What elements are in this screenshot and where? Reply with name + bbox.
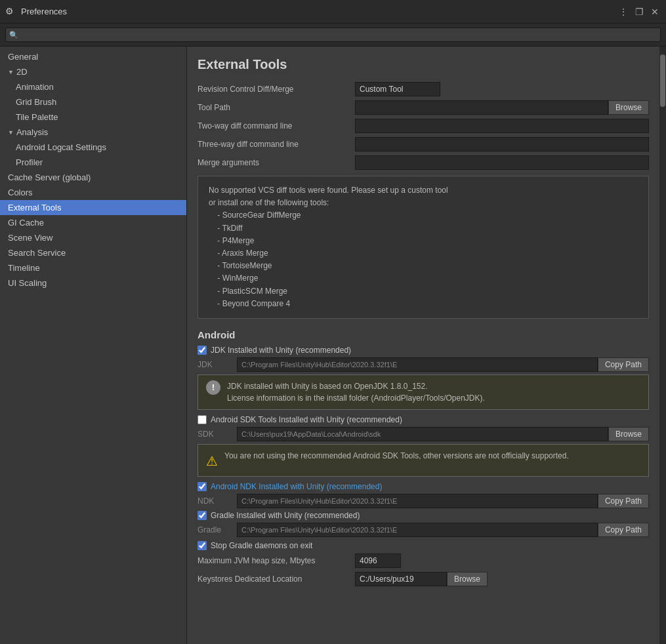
two-way-label: Two-way diff command line xyxy=(198,121,355,131)
gradle-checkbox-label: Gradle Installed with Unity (recommended… xyxy=(211,511,360,520)
merge-args-input[interactable] xyxy=(355,155,649,170)
jdk-checkbox[interactable] xyxy=(198,346,207,355)
three-way-input[interactable] xyxy=(355,137,649,151)
sidebar-item-android-logcat[interactable]: Android Logcat Settings xyxy=(0,140,186,155)
stop-gradle-checkbox[interactable] xyxy=(198,541,207,550)
tool-path-row: Tool Path Browse xyxy=(198,100,649,115)
ndk-label: NDK xyxy=(198,496,237,506)
keystore-row: Keystores Dedicated Location Browse xyxy=(198,571,649,587)
sdk-path-input[interactable] xyxy=(237,427,608,441)
sidebar-item-external-tools[interactable]: External Tools xyxy=(0,200,186,215)
keystore-input[interactable] xyxy=(355,572,447,586)
three-way-label: Three-way diff command line xyxy=(198,140,355,149)
jdk-info-box: ! JDK installed with Unity is based on O… xyxy=(198,374,649,410)
scrollbar-thumb[interactable] xyxy=(660,54,665,107)
stop-gradle-row: Stop Gradle daemons on exit xyxy=(198,541,649,550)
sidebar: General ▼ 2D Animation Grid Brush Tile P… xyxy=(0,47,187,644)
sdk-warning-box: ⚠ You are not using the recommended Andr… xyxy=(198,444,649,477)
sidebar-item-ui-scaling[interactable]: UI Scaling xyxy=(0,275,186,291)
gradle-checkbox-row: Gradle Installed with Unity (recommended… xyxy=(198,511,649,520)
search-input[interactable] xyxy=(5,28,661,42)
gradle-checkbox[interactable] xyxy=(198,511,207,520)
android-section-title: Android xyxy=(198,329,649,340)
app-body: General ▼ 2D Animation Grid Brush Tile P… xyxy=(0,47,666,644)
sidebar-item-timeline[interactable]: Timeline xyxy=(0,260,186,275)
two-way-row: Two-way diff command line xyxy=(198,118,649,134)
sidebar-item-gi-cache[interactable]: GI Cache xyxy=(0,215,186,230)
sdk-checkbox[interactable] xyxy=(198,415,207,424)
revision-control-label: Revision Control Diff/Merge xyxy=(198,85,355,94)
ndk-path-row: NDK Copy Path xyxy=(198,494,649,508)
heap-input[interactable] xyxy=(355,553,401,568)
merge-args-label: Merge arguments xyxy=(198,158,355,167)
sidebar-item-tile-palette[interactable]: Tile Palette xyxy=(0,110,186,125)
heap-row: Maximum JVM heap size, Mbytes xyxy=(198,553,649,569)
gradle-label: Gradle xyxy=(198,525,237,534)
tool-path-input[interactable] xyxy=(355,100,608,115)
page-title: External Tools xyxy=(198,57,649,72)
ndk-checkbox[interactable] xyxy=(198,482,207,491)
info-text: No supported VCS diff tools were found. … xyxy=(209,184,638,310)
sidebar-item-animation[interactable]: Animation xyxy=(0,79,186,94)
search-icon: 🔍 xyxy=(9,31,18,39)
search-bar: 🔍 xyxy=(0,24,666,47)
close-button[interactable]: ✕ xyxy=(649,6,661,18)
sidebar-item-scene-view[interactable]: Scene View xyxy=(0,230,186,245)
revision-control-row: Revision Control Diff/Merge xyxy=(198,81,649,97)
two-way-input[interactable] xyxy=(355,119,649,133)
menu-button[interactable]: ⋮ xyxy=(617,6,629,18)
sidebar-item-analysis[interactable]: ▼ Analysis xyxy=(0,125,186,140)
revision-control-input[interactable] xyxy=(355,82,440,96)
sidebar-item-general[interactable]: General xyxy=(0,49,186,64)
jdk-path-row: JDK Copy Path xyxy=(198,357,649,372)
jdk-checkbox-row: JDK Installed with Unity (recommended) xyxy=(198,346,649,355)
ndk-checkbox-label[interactable]: Android NDK Installed with Unity (recomm… xyxy=(211,482,382,491)
sidebar-item-cache-server[interactable]: Cache Server (global) xyxy=(0,170,186,185)
tool-path-label: Tool Path xyxy=(198,103,355,112)
window-title: Preferences xyxy=(21,7,67,16)
sidebar-item-2d[interactable]: ▼ 2D xyxy=(0,64,186,79)
stop-gradle-label: Stop Gradle daemons on exit xyxy=(211,541,312,550)
vcs-info-box: No supported VCS diff tools were found. … xyxy=(198,176,649,319)
chevron-down-icon: ▼ xyxy=(8,69,14,75)
jdk-label: JDK xyxy=(198,360,237,369)
sdk-label: SDK xyxy=(198,430,237,439)
keystore-label: Keystores Dedicated Location xyxy=(198,574,355,584)
heap-label: Maximum JVM heap size, Mbytes xyxy=(198,556,355,565)
sdk-path-row: SDK Browse xyxy=(198,427,649,441)
jdk-checkbox-label: JDK Installed with Unity (recommended) xyxy=(211,346,351,355)
maximize-button[interactable]: ❐ xyxy=(633,6,645,18)
gradle-path-row: Gradle Copy Path xyxy=(198,523,649,537)
gear-icon: ⚙ xyxy=(5,6,17,18)
info-icon: ! xyxy=(206,380,220,395)
warning-icon: ⚠ xyxy=(206,451,218,471)
three-way-row: Three-way diff command line xyxy=(198,136,649,152)
gradle-path-input[interactable] xyxy=(237,523,598,537)
jdk-path-input[interactable] xyxy=(237,357,598,372)
sidebar-item-profiler[interactable]: Profiler xyxy=(0,155,186,170)
search-wrapper: 🔍 xyxy=(5,28,661,42)
gradle-copy-button[interactable]: Copy Path xyxy=(598,523,649,537)
ndk-path-input[interactable] xyxy=(237,494,598,508)
main-content: External Tools Revision Control Diff/Mer… xyxy=(187,47,659,644)
sidebar-item-grid-brush[interactable]: Grid Brush xyxy=(0,94,186,110)
sdk-warning-text: You are not using the recommended Androi… xyxy=(224,450,569,462)
merge-args-row: Merge arguments xyxy=(198,155,649,171)
jdk-info-text: JDK installed with Unity is based on Ope… xyxy=(227,380,485,404)
sdk-browse-button[interactable]: Browse xyxy=(608,427,649,441)
title-bar: ⚙ Preferences ⋮ ❐ ✕ xyxy=(0,0,666,24)
sdk-checkbox-row: Android SDK Tools Installed with Unity (… xyxy=(198,415,649,424)
sidebar-item-colors[interactable]: Colors xyxy=(0,185,186,200)
jdk-copy-button[interactable]: Copy Path xyxy=(598,357,649,372)
sdk-checkbox-label: Android SDK Tools Installed with Unity (… xyxy=(211,415,402,424)
chevron-down-icon: ▼ xyxy=(8,129,14,136)
ndk-copy-button[interactable]: Copy Path xyxy=(598,494,649,508)
sidebar-item-search-service[interactable]: Search Service xyxy=(0,245,186,260)
scrollbar-track[interactable] xyxy=(659,47,666,644)
keystore-browse-button[interactable]: Browse xyxy=(447,572,488,586)
tool-path-browse-button[interactable]: Browse xyxy=(608,100,649,115)
window-controls: ⋮ ❐ ✕ xyxy=(617,6,661,18)
ndk-checkbox-row: Android NDK Installed with Unity (recomm… xyxy=(198,482,649,491)
